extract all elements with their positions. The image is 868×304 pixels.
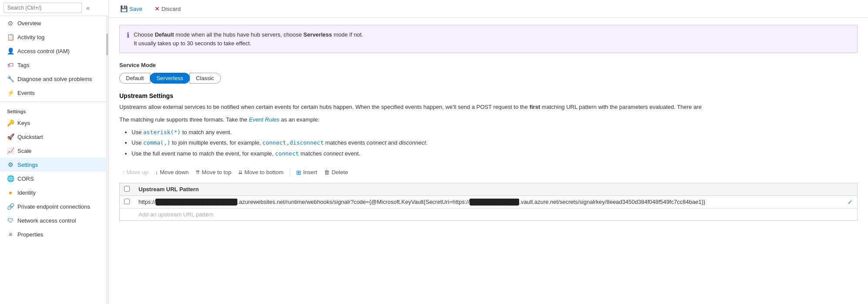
sidebar-item-access-control[interactable]: 👤 Access control (IAM) [0,44,106,58]
info-banner-icon: ℹ [127,31,129,39]
sidebar-item-identity[interactable]: ● Identity [0,186,106,199]
upstream-desc4: as an example: [280,116,320,123]
upstream-table: Upstream URL Pattern https://███████████… [119,183,858,221]
sidebar-scrollbar-thumb [106,34,108,55]
sidebar-item-quickstart[interactable]: 🚀 Quickstart [0,130,106,144]
sidebar-item-diagnose-label: Diagnose and solve problems [17,76,92,82]
sidebar-item-activity-log-label: Activity log [17,34,44,41]
sidebar-item-settings[interactable]: ⚙ Settings [0,158,106,172]
save-icon: 💾 [120,5,128,12]
move-down-button[interactable]: ↓ Move down [152,167,191,177]
bullet-2: Use comma(,) to join multiple events, fo… [132,138,858,148]
banner-text-after: mode if not. [332,31,363,38]
sidebar-item-scale[interactable]: 📈 Scale [0,144,106,158]
move-to-bottom-label: Move to bottom [244,169,284,176]
sidebar-item-activity-log[interactable]: 📋 Activity log [0,30,106,44]
sidebar: « ⊙ Overview 📋 Activity log 👤 Access con… [0,0,109,304]
banner-default-bold: Default [155,31,174,38]
sidebar-item-private-endpoints-label: Private endpoint connections [17,203,90,210]
sidebar-item-scale-label: Scale [17,148,32,154]
main-content: 💾 Save ✕ Discard ℹ Choose Default mode w… [109,0,868,304]
bullet-2-code1: comma(,) [143,139,171,146]
collapse-button[interactable]: « [84,3,91,12]
events-icon: ⚡ [7,89,14,96]
cors-icon: 🌐 [7,175,14,182]
discard-button[interactable]: ✕ Discard [152,3,183,14]
upstream-bullets: Use asterisk(*) to match any event. Use … [119,128,858,159]
sidebar-scrollbar[interactable] [106,16,108,304]
sidebar-item-network-access[interactable]: 🛡 Network access control [0,213,106,227]
sidebar-nav: ⊙ Overview 📋 Activity log 👤 Access contr… [0,16,106,304]
service-mode-section-title: Service Mode [119,62,858,68]
add-url-cell[interactable]: Add an upstream URL pattern [134,208,858,220]
sidebar-item-private-endpoints[interactable]: 🔗 Private endpoint connections [0,199,106,213]
delete-label: Delete [331,169,348,176]
network-access-icon: 🛡 [7,217,14,224]
sidebar-item-properties-label: Properties [17,231,43,238]
table-row-checkbox[interactable] [124,199,130,204]
move-to-bottom-button[interactable]: ⇊ Move to bottom [236,167,286,177]
private-endpoints-icon: 🔗 [7,203,14,210]
service-mode-row: Default Serverless Classic [119,73,858,84]
bullet-2-code2: connect,disconnect [262,139,324,146]
url-redacted-1: ████████████████████ [155,199,237,205]
move-down-label: Move down [160,169,189,176]
sidebar-item-overview-label: Overview [17,20,41,27]
sidebar-item-events[interactable]: ⚡ Events [0,86,106,100]
sidebar-item-tags[interactable]: 🏷 Tags [0,58,106,72]
upstream-desc3-container: The matching rule supports three formats… [119,115,858,125]
bullet-3: Use the full event name to match the eve… [132,149,858,159]
banner-serverless-bold: Serverless [304,31,332,38]
properties-icon: ≡ [7,231,14,238]
mode-serverless-button[interactable]: Serverless [150,73,189,84]
row-check-icon: ✓ [848,199,853,206]
settings-section-label: Settings [0,104,106,116]
activity-log-icon: 📋 [7,34,14,41]
move-to-top-icon: ⇈ [196,169,200,176]
sidebar-divider [0,101,106,102]
sidebar-item-overview[interactable]: ⊙ Overview [0,16,106,30]
event-rules-link[interactable]: Event Rules [249,116,279,123]
insert-icon: ⊞ [296,169,301,176]
table-row-checkbox-cell [120,196,135,208]
sidebar-item-diagnose[interactable]: 🔧 Diagnose and solve problems [0,72,106,86]
add-url-row: Add an upstream URL pattern [120,208,858,220]
move-to-bottom-icon: ⇊ [238,169,243,176]
sidebar-item-properties[interactable]: ≡ Properties [0,227,106,241]
sidebar-item-keys[interactable]: 🔑 Keys [0,116,106,130]
bullet-2-em1: connect [367,139,387,146]
sidebar-item-cors[interactable]: 🌐 CORS [0,172,106,186]
banner-text-before: Choose [134,31,155,38]
url-redacted-2: ████████████ [469,199,520,205]
url-suffix: .vault.azure.net/secrets/signalrkey/8eea… [519,199,705,205]
insert-button[interactable]: ⊞ Insert [294,167,320,178]
sidebar-item-access-control-label: Access control (IAM) [17,48,70,54]
move-up-button[interactable]: ↑ Move up [119,167,151,177]
mode-classic-button[interactable]: Classic [189,73,221,84]
banner-subtext: It usually takes up to 30 seconds to tak… [134,40,251,47]
sidebar-item-quickstart-label: Quickstart [17,134,43,140]
upstream-desc: Upstreams allow external services to be … [119,103,858,112]
delete-button[interactable]: 🗑 Delete [321,167,351,177]
delete-icon: 🗑 [324,169,330,176]
info-banner: ℹ Choose Default mode when all the hubs … [119,25,858,53]
banner-text-between: mode when all the hubs have hub servers,… [174,31,303,38]
move-to-top-button[interactable]: ⇈ Move to top [193,167,234,177]
mode-default-button[interactable]: Default [119,73,150,84]
sidebar-item-network-access-label: Network access control [17,217,76,224]
search-input[interactable] [3,3,82,13]
tags-icon: 🏷 [7,61,14,68]
scale-icon: 📈 [7,147,14,154]
table-header-url-pattern: Upstream URL Pattern [134,183,858,196]
bullet-2-em2: disconnect [399,139,426,146]
table-row-url-cell: https://████████████████████.azurewebsit… [134,196,858,208]
action-toolbar: ↑ Move up ↓ Move down ⇈ Move to top ⇊ Mo… [119,166,858,179]
discard-label: Discard [162,6,181,12]
bullet-1-code: asterisk(*) [143,129,181,135]
save-button[interactable]: 💾 Save [118,3,145,14]
sidebar-item-keys-label: Keys [17,120,30,126]
action-toolbar-separator [290,169,290,176]
sidebar-item-identity-label: Identity [17,189,36,196]
table-select-all-checkbox[interactable] [124,186,130,192]
bullet-3-em: connect [324,150,344,157]
